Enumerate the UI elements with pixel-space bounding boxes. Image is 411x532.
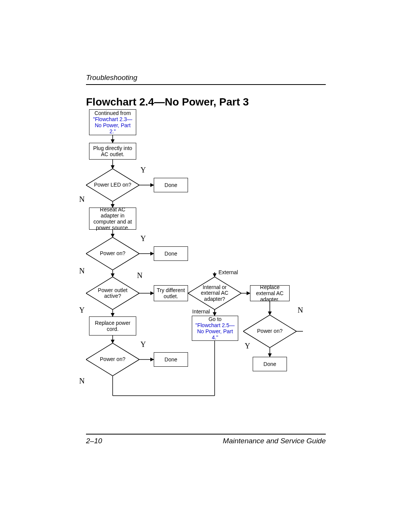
edge-n-3: N	[137, 271, 142, 280]
link-flowchart-2-3[interactable]: "Flowchart 2.3—No Power, Part 2."	[91, 116, 134, 134]
page-number: 2–10	[86, 437, 102, 445]
continued-prefix: Continued from	[94, 110, 131, 116]
goto-prefix: Go to	[209, 316, 221, 322]
edge-y-3: Y	[79, 306, 84, 315]
edge-n-2: N	[79, 267, 84, 275]
edge-y-1: Y	[140, 166, 146, 174]
page-title: Flowchart 2.4—No Power, Part 3	[86, 96, 249, 108]
node-done-2: Done	[154, 246, 188, 261]
edge-n-4: N	[79, 377, 84, 385]
decision-power-on-1: Power on?	[86, 237, 139, 270]
section-heading: Troubleshooting	[86, 73, 326, 82]
rule-top	[86, 84, 326, 85]
decision-outlet-active: Power outlet active?	[86, 277, 139, 310]
decision-internal-external-label: Internal or external AC adapter?	[188, 277, 241, 310]
decision-power-on-2: Power on?	[243, 315, 296, 348]
decision-power-on-3-label: Power on?	[86, 343, 139, 376]
guide-title: Maintenance and Service Guide	[223, 437, 326, 445]
edge-y-4: Y	[140, 340, 146, 349]
decision-internal-external: Internal or external AC adapter?	[188, 277, 241, 310]
link-flowchart-2-5[interactable]: "Flowchart 2.5—No Power, Part 4."	[194, 322, 236, 340]
decision-outlet-active-label: Power outlet active?	[86, 277, 139, 310]
decision-power-led-label: Power LED on?	[86, 169, 139, 201]
flowchart-canvas: Continued from "Flowchart 2.3—No Power, …	[86, 109, 326, 425]
edge-n-5: N	[298, 306, 303, 315]
decision-power-on-1-label: Power on?	[86, 237, 139, 270]
node-replace-external-adapter: Replace external AC adapter.	[250, 285, 290, 301]
decision-power-on-3: Power on?	[86, 343, 139, 376]
node-done-3: Done	[253, 357, 287, 371]
edge-y-5: Y	[245, 342, 250, 350]
node-goto-flowchart-2-5: Go to "Flowchart 2.5—No Power, Part 4."	[192, 316, 238, 341]
node-done-4: Done	[154, 352, 188, 367]
edge-y-2: Y	[140, 234, 146, 243]
node-reseat-adapter: Reseat AC adapter in computer and at pow…	[89, 208, 136, 230]
decision-power-on-2-label: Power on?	[243, 315, 296, 348]
decision-power-led: Power LED on?	[86, 169, 139, 201]
node-plug-ac: Plug directly into AC outlet.	[89, 143, 136, 160]
node-replace-cord: Replace power cord.	[89, 316, 136, 335]
node-try-outlet: Try different outlet.	[154, 285, 188, 301]
edge-internal: Internal	[192, 308, 210, 315]
edge-n-1: N	[79, 195, 84, 204]
rule-bottom	[86, 434, 326, 435]
node-done-1: Done	[154, 178, 188, 192]
node-continued-from: Continued from "Flowchart 2.3—No Power, …	[89, 109, 136, 135]
edge-external: External	[218, 269, 238, 275]
